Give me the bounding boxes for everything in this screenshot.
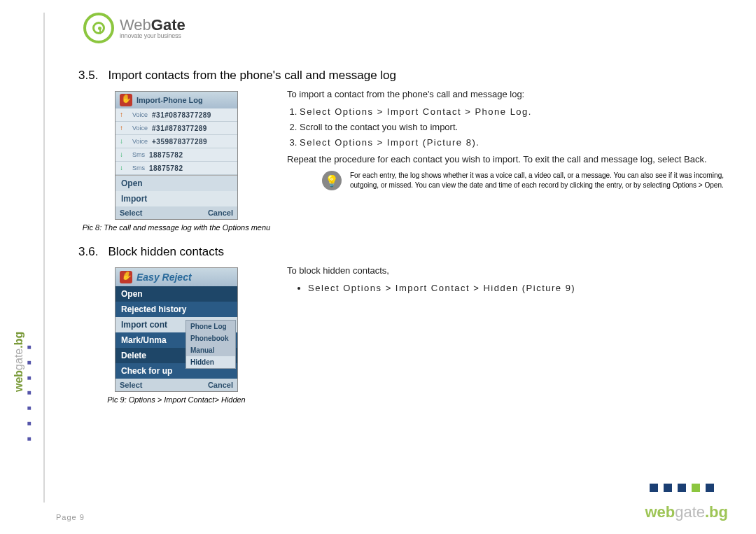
logo-word-gate: Gate — [151, 16, 186, 34]
logo-word-web: Web — [120, 16, 151, 34]
logo-tagline: innovate your business — [120, 33, 186, 39]
log-num: #31#878377289 — [152, 125, 207, 132]
footer-squares — [650, 484, 714, 492]
step-3: Select Options > Import (Picture 8). — [300, 136, 736, 150]
heading-title: Block hidden contacts — [108, 245, 224, 258]
bullets-3-6: Select Options > Import Contact > Hidden… — [308, 282, 736, 295]
arrow-down-icon — [120, 150, 128, 159]
side-dots: ■ ■ ■ ■ ■ ■ ■ — [25, 343, 33, 445]
intro-3-6: To block hidden contacts, — [287, 265, 736, 278]
step-1: Select Options > Import Contact > Phone … — [300, 106, 736, 119]
heading-number: 3.5. — [78, 69, 98, 82]
arrow-up-icon — [120, 111, 128, 119]
phone2-softkeys: Select Cancel — [115, 379, 237, 391]
softkey-select: Select — [120, 209, 142, 217]
square-icon — [650, 484, 658, 492]
softkey-cancel: Cancel — [208, 209, 233, 217]
log-row: Voice+359878377289 — [115, 135, 237, 148]
lightbulb-icon: 💡 — [322, 171, 342, 190]
content-area: 3.5. Import contacts from the phone's ca… — [78, 69, 736, 405]
log-num: 18875782 — [149, 151, 183, 159]
footer-brand: webgate.bg — [645, 503, 728, 521]
side-brand: webgate.bg — [13, 332, 25, 392]
steps-3-5: Select Options > Import Contact > Phone … — [300, 106, 736, 150]
section-3-6-row: Easy Reject Open Rejected history Import… — [78, 263, 736, 405]
header-logo: WebGate innovate your business — [83, 13, 186, 43]
bullet-1: Select Options > Import Contact > Hidden… — [308, 282, 736, 295]
caption-pic8: Pic 8: The call and message log with the… — [78, 223, 274, 232]
step-2: Scroll to the contact you wish to import… — [300, 121, 736, 134]
tip-text: For each entry, the log shows whether it… — [350, 171, 736, 190]
log-row: Sms18875782 — [115, 148, 237, 162]
square-icon — [706, 484, 714, 492]
softkey-cancel: Cancel — [208, 381, 233, 389]
log-row: Voice#31#878377289 — [115, 122, 237, 135]
log-row: Voice#31#0878377289 — [115, 108, 237, 122]
hand-icon — [120, 271, 132, 283]
log-num: +359878377289 — [152, 138, 207, 146]
menu-import: Import — [115, 191, 237, 206]
sub-phonebook: Phonebook — [186, 332, 235, 344]
square-icon — [692, 484, 700, 492]
square-icon — [678, 484, 686, 492]
sub-phonelog: Phone Log — [186, 321, 235, 332]
phone-mock-2: Easy Reject Open Rejected history Import… — [115, 267, 238, 392]
page-footer: Page 9 webgate.bg — [56, 503, 728, 521]
arrow-up-icon — [120, 124, 128, 132]
section-3-5-row: Import-Phone Log Voice#31#0878377289 Voi… — [78, 87, 736, 232]
logo-icon — [83, 13, 114, 43]
menu-open: Open — [115, 176, 237, 191]
phone-col-1: Import-Phone Log Voice#31#0878377289 Voi… — [78, 87, 274, 232]
phone-col-2: Easy Reject Open Rejected history Import… — [78, 263, 274, 405]
mitem-open: Open — [115, 286, 237, 302]
sub-manual: Manual — [186, 344, 235, 356]
phone-mock-1: Import-Phone Log Voice#31#0878377289 Voi… — [115, 91, 238, 220]
log-num: 18875782 — [149, 164, 183, 172]
phone1-title: Import-Phone Log — [136, 96, 203, 104]
phone2-titlebar: Easy Reject — [115, 268, 237, 286]
mitem-rejected: Rejected history — [115, 302, 237, 317]
log-row: Sms18875782 — [115, 162, 237, 175]
hand-icon — [120, 94, 132, 106]
heading-3-5: 3.5. Import contacts from the phone's ca… — [78, 69, 736, 83]
heading-number: 3.6. — [78, 245, 98, 258]
arrow-down-icon — [120, 137, 128, 146]
log-type: Sms — [132, 164, 145, 171]
square-icon — [664, 484, 672, 492]
log-type: Voice — [132, 111, 148, 118]
tip-box: 💡 For each entry, the log shows whether … — [287, 171, 736, 190]
phone1-softkeys: Select Cancel — [115, 206, 237, 219]
page-frame: WebGate innovate your business 3.5. Impo… — [43, 13, 736, 503]
phone1-titlebar: Import-Phone Log — [115, 92, 237, 108]
log-num: #31#0878377289 — [152, 111, 211, 119]
logo-text: WebGate innovate your business — [120, 17, 186, 39]
repeat-text: Repeat the procedure for each contact yo… — [287, 153, 736, 167]
text-col-3-6: To block hidden contacts, Select Options… — [287, 263, 736, 298]
heading-3-6: 3.6. Block hidden contacts — [78, 245, 736, 259]
log-type: Voice — [132, 138, 148, 145]
softkey-select: Select — [120, 381, 142, 389]
phone1-options-menu: Open Import — [115, 175, 237, 206]
phone2-title: Easy Reject — [136, 272, 192, 283]
log-type: Voice — [132, 125, 148, 132]
caption-pic9: Pic 9: Options > Import Contact> Hidden — [78, 395, 274, 405]
text-col-3-5: To import a contact from the phone's cal… — [287, 87, 736, 190]
heading-title: Import contacts from the phone's call an… — [108, 69, 396, 82]
arrow-down-icon — [120, 164, 128, 172]
page-number: Page 9 — [56, 513, 85, 521]
log-type: Sms — [132, 151, 145, 158]
phone2-submenu: Phone Log Phonebook Manual Hidden — [186, 320, 236, 369]
intro-3-5: To import a contact from the phone's cal… — [287, 88, 736, 101]
sub-hidden: Hidden — [186, 356, 235, 368]
